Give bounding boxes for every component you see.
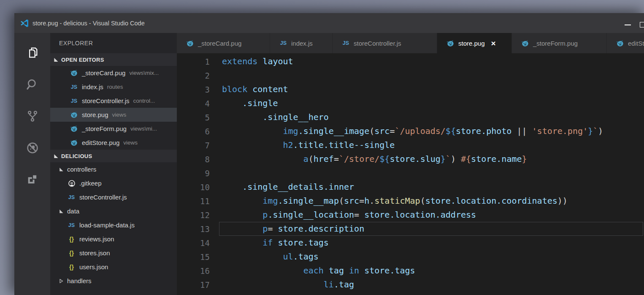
pug-file-icon: [186, 39, 194, 47]
file-load-sample-data.js[interactable]: JSload-sample-data.js: [50, 218, 177, 232]
folder-handlers[interactable]: handlers: [50, 274, 177, 288]
source-control-icon: [26, 109, 39, 123]
twistie-expanded-icon: [54, 154, 58, 158]
line-content[interactable]: ul.tags: [222, 250, 644, 264]
open-editor-_storeForm.pug[interactable]: _storeForm.pug views\mi...: [50, 122, 177, 136]
github-file-icon: [68, 180, 76, 187]
line-content[interactable]: if store.tags: [222, 236, 644, 250]
open-editor-index.js[interactable]: JS index.js routes: [50, 80, 177, 94]
code-line-13[interactable]: 13 p= store.description: [177, 222, 644, 236]
file-label: load-sample-data.js: [79, 221, 135, 229]
line-content[interactable]: p= store.description: [222, 222, 644, 236]
open-editor-_storeCard.pug[interactable]: _storeCard.pug views\mix...: [50, 66, 177, 80]
tab-storeController.js[interactable]: JS storeController.js: [333, 33, 437, 53]
line-content[interactable]: p.single__location= store.location.addre…: [222, 208, 644, 222]
tab-label: index.js: [291, 40, 313, 47]
line-content[interactable]: [222, 166, 644, 180]
vscode-logo-icon: [20, 19, 29, 27]
line-content[interactable]: h2.title.title--single: [222, 138, 644, 152]
code-line-4[interactable]: 4 .single: [177, 96, 644, 110]
line-content[interactable]: each tag in store.tags: [222, 264, 644, 278]
file-label: _storeForm.pug: [82, 125, 127, 132]
line-content[interactable]: block content: [222, 82, 644, 96]
code-line-17[interactable]: 17 li.tag: [177, 278, 644, 292]
line-content[interactable]: a(href=`/store/${store.slug}`) #{store.n…: [222, 152, 644, 166]
code-line-15[interactable]: 15 ul.tags: [177, 250, 644, 264]
code-line-10[interactable]: 10 .single__details.inner: [177, 180, 644, 194]
code-line-12[interactable]: 12 p.single__location= store.location.ad…: [177, 208, 644, 222]
line-content[interactable]: .single__hero: [222, 110, 644, 124]
code-line-7[interactable]: 7 h2.title.title--single: [177, 138, 644, 152]
activity-item-source-control[interactable]: [14, 100, 50, 132]
tab-editStore.pug[interactable]: editStore.pug: [607, 33, 644, 53]
maximize-button[interactable]: [640, 13, 644, 33]
file-users.json[interactable]: {}users.json: [50, 260, 177, 274]
twistie-expanded-icon: [59, 167, 63, 172]
file-label: .gitkeep: [79, 180, 102, 187]
open-editor-store.pug[interactable]: store.pug views: [50, 108, 177, 122]
activity-item-extensions[interactable]: [14, 164, 50, 195]
open-editor-storeController.js[interactable]: JS storeController.js control...: [50, 94, 177, 108]
title-bar: store.pug - delicious - Visual Studio Co…: [14, 13, 644, 33]
project-label: DELICIOUS: [61, 153, 92, 159]
file-tree: controllers .gitkeep JSstoreController.j…: [50, 162, 177, 288]
search-icon: [26, 78, 39, 91]
line-content[interactable]: li.tag: [222, 278, 644, 292]
tab-close-icon[interactable]: ×: [491, 39, 496, 47]
code-line-11[interactable]: 11 img.single__map(src=h.staticMap(store…: [177, 194, 644, 208]
code-line-5[interactable]: 5 .single__hero: [177, 110, 644, 124]
tab-label: editStore.pug: [628, 40, 644, 47]
minimize-button[interactable]: [618, 13, 637, 33]
tab-_storeCard.pug[interactable]: _storeCard.pug: [177, 33, 270, 53]
activity-item-explorer[interactable]: [14, 37, 50, 68]
tab-_storeForm.pug[interactable]: _storeForm.pug: [512, 33, 606, 53]
open-editors-header[interactable]: OPEN EDITORS: [50, 53, 177, 66]
file-path: routes: [107, 84, 123, 90]
file-label: editStore.pug: [82, 139, 119, 146]
folder-data[interactable]: data: [50, 204, 177, 218]
code-line-6[interactable]: 6 img.single__image(src=`/uploads/${stor…: [177, 124, 644, 138]
pug-file-icon: [616, 39, 624, 47]
project-header[interactable]: DELICIOUS: [50, 150, 177, 162]
file-storeController.js[interactable]: JSstoreController.js: [50, 190, 177, 204]
tab-label: storeController.js: [354, 40, 401, 47]
code-line-14[interactable]: 14 if store.tags: [177, 236, 644, 250]
explorer-icon: [26, 46, 39, 60]
code-line-9[interactable]: 9: [177, 166, 644, 180]
folder-controllers[interactable]: controllers: [50, 162, 177, 176]
line-content[interactable]: .single__details.inner: [222, 180, 644, 194]
code-line-2[interactable]: 2: [177, 68, 644, 82]
extensions-icon: [26, 173, 39, 186]
line-number: 6: [177, 127, 210, 136]
tab-index.js[interactable]: JS index.js: [270, 33, 332, 53]
code-editor[interactable]: 1 extends layout 2 3 block content 4 .si…: [177, 53, 644, 295]
file-reviews.json[interactable]: {}reviews.json: [50, 232, 177, 246]
folder-label: controllers: [67, 166, 96, 173]
code-line-8[interactable]: 8 a(href=`/store/${store.slug}`) #{store…: [177, 152, 644, 166]
line-content[interactable]: img.single__map(src=h.staticMap(store.lo…: [222, 194, 644, 208]
js-file-icon: JS: [71, 84, 77, 90]
line-number: 2: [177, 71, 210, 80]
file-path: views: [123, 139, 138, 146]
folder-label: handlers: [67, 277, 92, 284]
code-line-3[interactable]: 3 block content: [177, 82, 644, 96]
line-number: 8: [177, 155, 210, 164]
code-line-16[interactable]: 16 each tag in store.tags: [177, 264, 644, 278]
activity-item-debug[interactable]: [14, 132, 50, 164]
file-label: store.pug: [82, 111, 108, 118]
code-line-1[interactable]: 1 extends layout: [177, 55, 644, 68]
file-.gitkeep[interactable]: .gitkeep: [50, 176, 177, 190]
line-number: 3: [177, 85, 210, 94]
json-file-icon: {}: [69, 264, 74, 270]
activity-item-search[interactable]: [14, 68, 50, 100]
tab-label: store.pug: [458, 40, 485, 47]
line-content[interactable]: [222, 68, 644, 82]
open-editor-editStore.pug[interactable]: editStore.pug views: [50, 136, 177, 150]
line-number: 17: [177, 280, 210, 290]
file-stores.json[interactable]: {}stores.json: [50, 246, 177, 260]
line-content[interactable]: img.single__image(src=`/uploads/${store.…: [222, 124, 644, 138]
line-content[interactable]: extends layout: [222, 55, 644, 68]
file-path: views\mix...: [129, 70, 159, 76]
line-content[interactable]: .single: [222, 96, 644, 110]
tab-store.pug[interactable]: store.pug ×: [437, 33, 511, 53]
